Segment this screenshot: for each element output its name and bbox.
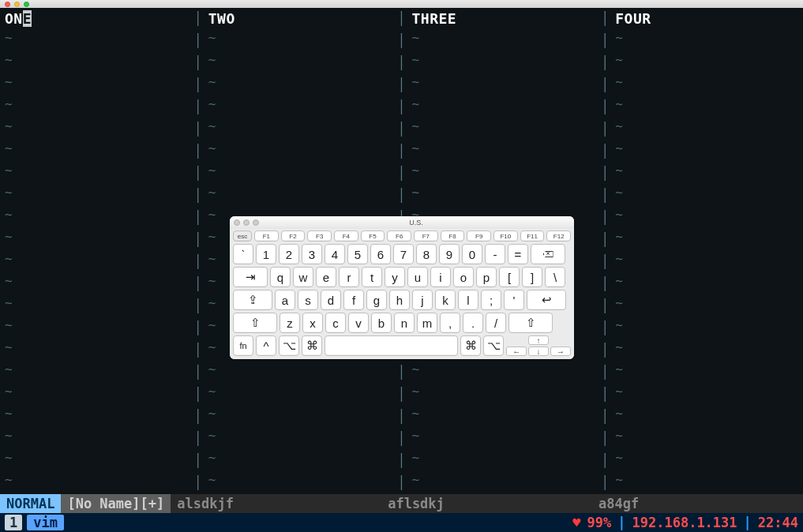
key-fn[interactable]: fn [233, 335, 253, 356]
key-f8[interactable]: F8 [441, 230, 465, 242]
key-f[interactable]: f [343, 290, 364, 310]
key-f4[interactable]: F4 [334, 230, 358, 242]
key-right-command[interactable]: ⌘ [460, 335, 481, 356]
key-h[interactable]: h [389, 290, 410, 310]
key-tab[interactable]: ⇥ [233, 267, 268, 287]
key-i[interactable]: i [430, 267, 451, 287]
key-ctrl[interactable]: ^ [256, 335, 276, 356]
vertical-split-glyph: │ [601, 472, 609, 494]
key-u[interactable]: u [407, 267, 428, 287]
key-9[interactable]: 9 [439, 244, 460, 264]
empty-line-tilde: ~ [5, 336, 188, 358]
key-y[interactable]: y [385, 267, 405, 287]
key-minus[interactable]: - [485, 244, 505, 264]
tmux-window[interactable]: vim [27, 515, 64, 530]
key-c[interactable]: c [325, 313, 346, 333]
key-6[interactable]: 6 [370, 244, 391, 264]
key-capslock[interactable]: ⇪ [233, 290, 272, 310]
key-arrow-down[interactable]: ↓ [528, 347, 549, 356]
vertical-split-glyph: │ [601, 273, 609, 295]
empty-line-tilde: ~ [208, 137, 392, 159]
key-backslash[interactable]: \ [545, 267, 565, 287]
key-1[interactable]: 1 [256, 244, 276, 264]
key-f2[interactable]: F2 [281, 230, 306, 242]
key-f1[interactable]: F1 [254, 230, 279, 242]
key-semicolon[interactable]: ; [481, 290, 501, 310]
key-d[interactable]: d [321, 290, 341, 310]
pane-1-title-pre: ON [5, 10, 23, 27]
key-f12[interactable]: F12 [546, 230, 571, 242]
key-equals[interactable]: = [508, 244, 528, 264]
split-1[interactable]: ││││││││││││││││││││││ [193, 8, 204, 491]
key-a[interactable]: a [275, 290, 295, 310]
pane-4[interactable]: FOUR ~~~~~~~~~~~~~~~~~~~~~ [610, 8, 803, 491]
key-q[interactable]: q [270, 267, 291, 287]
key-n[interactable]: n [394, 313, 415, 333]
key-p[interactable]: p [476, 267, 497, 287]
key-v[interactable]: v [348, 313, 369, 333]
key-return[interactable]: ↩ [527, 290, 566, 310]
empty-line-tilde: ~ [5, 358, 188, 380]
key-j[interactable]: j [412, 290, 433, 310]
key-x[interactable]: x [302, 313, 323, 333]
key-slash[interactable]: / [486, 313, 506, 333]
key-0[interactable]: 0 [462, 244, 482, 264]
key-f5[interactable]: F5 [361, 230, 385, 242]
key-s[interactable]: s [298, 290, 318, 310]
key-arrow-right[interactable]: → [550, 347, 571, 356]
split-3[interactable]: ││││││││││││││││││││││ [599, 8, 610, 491]
key-e[interactable]: e [316, 267, 336, 287]
key-f3[interactable]: F3 [307, 230, 332, 242]
key-backspace[interactable] [531, 244, 565, 264]
key-k[interactable]: k [435, 290, 456, 310]
key-f9[interactable]: F9 [467, 230, 491, 242]
key-left-option[interactable]: ⌥ [279, 335, 299, 356]
key-t[interactable]: t [362, 267, 382, 287]
key-l[interactable]: l [458, 290, 478, 310]
key-comma[interactable]: , [440, 313, 460, 333]
keyboard-viewer-window[interactable]: U.S. esc F1 F2 F3 F4 F5 F6 F7 F8 F9 F10 … [230, 216, 574, 359]
key-lbracket[interactable]: [ [499, 267, 520, 287]
key-right-option[interactable]: ⌥ [483, 335, 504, 356]
key-arrow-up[interactable]: ↑ [528, 335, 549, 345]
key-left-shift[interactable]: ⇧ [233, 313, 277, 333]
key-o[interactable]: o [453, 267, 474, 287]
kbd-minimize-icon[interactable] [243, 219, 250, 226]
zoom-traffic-light[interactable] [24, 2, 29, 7]
key-backtick[interactable]: ` [233, 244, 253, 264]
minimize-traffic-light[interactable] [14, 2, 20, 7]
key-period[interactable]: . [463, 313, 483, 333]
key-2[interactable]: 2 [279, 244, 299, 264]
empty-line-tilde: ~ [5, 292, 188, 314]
key-b[interactable]: b [371, 313, 392, 333]
key-r[interactable]: r [339, 267, 359, 287]
key-7[interactable]: 7 [393, 244, 414, 264]
pane-1[interactable]: ONE ~~~~~~~~~~~~~~~~~~~~~ [0, 8, 193, 491]
key-esc[interactable]: esc [233, 230, 252, 242]
key-right-shift[interactable]: ⇧ [508, 313, 553, 333]
kbd-zoom-icon[interactable] [253, 219, 259, 226]
key-3[interactable]: 3 [302, 244, 322, 264]
key-quote[interactable]: ' [504, 290, 524, 310]
empty-line-tilde: ~ [208, 380, 392, 403]
close-traffic-light[interactable] [5, 2, 10, 7]
vertical-split-glyph: │ [398, 118, 406, 140]
key-arrow-left[interactable]: ← [506, 347, 527, 356]
key-5[interactable]: 5 [347, 244, 368, 264]
keyboard-titlebar[interactable]: U.S. [230, 216, 574, 229]
key-8[interactable]: 8 [416, 244, 437, 264]
key-f6[interactable]: F6 [387, 230, 411, 242]
key-f11[interactable]: F11 [520, 230, 545, 242]
kbd-close-icon[interactable] [234, 219, 240, 226]
key-g[interactable]: g [366, 290, 387, 310]
key-f10[interactable]: F10 [493, 230, 518, 242]
tmux-session-number[interactable]: 1 [5, 515, 22, 530]
key-w[interactable]: w [293, 267, 313, 287]
key-4[interactable]: 4 [325, 244, 345, 264]
key-f7[interactable]: F7 [414, 230, 438, 242]
key-m[interactable]: m [417, 313, 437, 333]
key-rbracket[interactable]: ] [522, 267, 542, 287]
key-left-command[interactable]: ⌘ [302, 335, 322, 356]
key-z[interactable]: z [280, 313, 300, 333]
key-space[interactable] [325, 335, 458, 356]
